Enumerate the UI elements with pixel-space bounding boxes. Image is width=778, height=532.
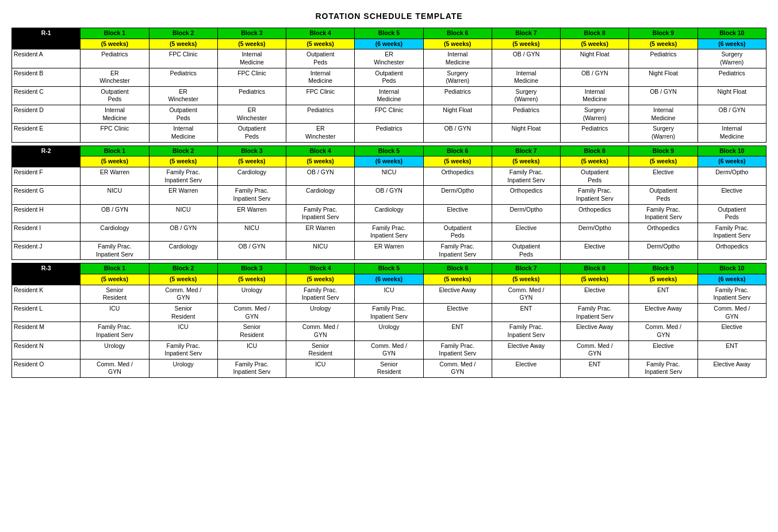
- rotation-cell-2-2-3: Comm. Med /GYN: [286, 322, 355, 340]
- block-weeks-0-1: (5 weeks): [149, 39, 217, 49]
- rotation-cell-2-2-0: Family Prac.Inpatient Serv: [81, 322, 149, 340]
- rotation-cell-1-3-1: OB / GYN: [149, 223, 217, 241]
- rotation-cell-2-3-5: Family Prac.Inpatient Serv: [423, 340, 492, 359]
- rotation-cell-1-0-8: Elective: [629, 167, 697, 185]
- resident-name-0-0: Resident A: [12, 49, 81, 68]
- rotation-cell-2-1-5: Elective: [423, 303, 492, 322]
- block-header-1-5: Block 6: [423, 146, 492, 156]
- rotation-cell-1-0-2: Cardiology: [217, 167, 286, 185]
- rotation-cell-2-0-6: Comm. Med /GYN: [492, 285, 560, 303]
- rotation-cell-1-2-4: Cardiology: [355, 204, 423, 223]
- rotation-cell-1-4-6: OutpatientPeds: [492, 242, 560, 260]
- rotation-cell-1-0-1: Family Prac.Inpatient Serv: [149, 167, 217, 185]
- group-label: R-3: [12, 263, 81, 285]
- rotation-cell-2-2-6: Family Prac.Inpatient Serv: [492, 322, 560, 340]
- rotation-cell-2-2-9: Elective: [697, 322, 766, 340]
- rotation-cell-0-3-9: OB / GYN: [697, 105, 766, 124]
- rotation-cell-0-0-0: Pediatrics: [81, 49, 149, 68]
- rotation-cell-1-0-9: Derm/Optho: [697, 167, 766, 185]
- resident-name-2-1: Resident L: [12, 303, 81, 322]
- rotation-cell-0-0-8: Pediatrics: [629, 49, 697, 68]
- block-header-0-5: Block 6: [423, 28, 492, 39]
- rotation-cell-0-3-1: OutpatientPeds: [149, 105, 217, 124]
- rotation-cell-0-1-3: InternalMedicine: [286, 68, 355, 86]
- rotation-cell-1-1-7: Family Prac.Inpatient Serv: [561, 186, 629, 204]
- rotation-cell-0-2-8: OB / GYN: [629, 86, 697, 105]
- block-header-2-2: Block 3: [217, 263, 286, 274]
- rotation-cell-1-2-1: NICU: [149, 204, 217, 223]
- rotation-cell-1-2-7: Orthopedics: [561, 204, 629, 223]
- resident-name-2-2: Resident M: [12, 322, 81, 340]
- rotation-cell-0-1-8: Night Float: [629, 68, 697, 86]
- resident-name-2-4: Resident O: [12, 359, 81, 377]
- rotation-cell-0-4-2: OutpatientPeds: [217, 124, 286, 142]
- resident-name-2-3: Resident N: [12, 340, 81, 359]
- block-header-2-1: Block 2: [149, 263, 217, 274]
- rotation-cell-2-0-7: Elective: [561, 285, 629, 303]
- group-label: R-2: [12, 146, 81, 167]
- rotation-cell-0-0-6: OB / GYN: [492, 49, 560, 68]
- block-header-1-1: Block 2: [149, 146, 217, 156]
- rotation-cell-0-4-1: InternalMedicine: [149, 124, 217, 142]
- block-weeks-2-5: (5 weeks): [423, 274, 492, 285]
- rotation-cell-1-4-1: Cardiology: [149, 242, 217, 260]
- rotation-cell-2-3-2: ICU: [217, 340, 286, 359]
- rotation-cell-1-3-3: ER Warren: [286, 223, 355, 241]
- rotation-cell-0-0-7: Night Float: [561, 49, 629, 68]
- rotation-cell-1-3-2: NICU: [217, 223, 286, 241]
- rotation-cell-0-0-1: FPC Clinic: [149, 49, 217, 68]
- rotation-cell-2-0-4: ICU: [355, 285, 423, 303]
- rotation-cell-2-4-3: ICU: [286, 359, 355, 377]
- rotation-cell-0-2-9: Night Float: [697, 86, 766, 105]
- block-header-0-2: Block 3: [217, 28, 286, 39]
- block-weeks-0-7: (5 weeks): [561, 39, 629, 49]
- rotation-cell-1-4-8: Derm/Optho: [629, 242, 697, 260]
- rotation-cell-0-2-0: OutpatientPeds: [81, 86, 149, 105]
- rotation-cell-2-1-1: SeniorResident: [149, 303, 217, 322]
- rotation-cell-1-2-3: Family Prac.Inpatient Serv: [286, 204, 355, 223]
- rotation-cell-0-1-9: Pediatrics: [697, 68, 766, 86]
- block-header-1-7: Block 8: [561, 146, 629, 156]
- rotation-cell-2-4-2: Family Prac.Inpatient Serv: [217, 359, 286, 377]
- block-weeks-0-9: (6 weeks): [697, 39, 766, 49]
- rotation-cell-2-1-6: ENT: [492, 303, 560, 322]
- block-weeks-1-8: (5 weeks): [629, 156, 697, 167]
- rotation-cell-1-1-8: OutpatientPeds: [629, 186, 697, 204]
- rotation-cell-1-3-4: Family Prac.Inpatient Serv: [355, 223, 423, 241]
- rotation-cell-2-2-1: ICU: [149, 322, 217, 340]
- rotation-cell-1-0-6: Family Prac.Inpatient Serv: [492, 167, 560, 185]
- block-weeks-2-6: (5 weeks): [492, 274, 560, 285]
- block-header-1-4: Block 5: [355, 146, 423, 156]
- block-header-1-0: Block 1: [81, 146, 149, 156]
- resident-name-0-3: Resident D: [12, 105, 81, 124]
- rotation-cell-2-1-3: Urology: [286, 303, 355, 322]
- block-weeks-1-2: (5 weeks): [217, 156, 286, 167]
- rotation-cell-2-3-7: Comm. Med /GYN: [561, 340, 629, 359]
- block-weeks-1-9: (6 weeks): [697, 156, 766, 167]
- rotation-cell-0-0-2: InternalMedicine: [217, 49, 286, 68]
- rotation-cell-1-3-7: Derm/Optho: [561, 223, 629, 241]
- rotation-cell-2-1-9: Comm. Med /GYN: [697, 303, 766, 322]
- block-header-0-1: Block 2: [149, 28, 217, 39]
- rotation-cell-2-0-2: Urology: [217, 285, 286, 303]
- rotation-cell-2-4-9: Elective Away: [697, 359, 766, 377]
- block-weeks-2-7: (5 weeks): [561, 274, 629, 285]
- rotation-cell-0-4-7: Pediatrics: [561, 124, 629, 142]
- block-weeks-2-2: (5 weeks): [217, 274, 286, 285]
- rotation-cell-0-4-8: Surgery(Warren): [629, 124, 697, 142]
- rotation-cell-1-1-0: NICU: [81, 186, 149, 204]
- rotation-cell-1-2-0: OB / GYN: [81, 204, 149, 223]
- block-header-0-4: Block 5: [355, 28, 423, 39]
- block-header-2-0: Block 1: [81, 263, 149, 274]
- rotation-cell-1-1-3: Cardiology: [286, 186, 355, 204]
- rotation-cell-0-2-3: FPC Clinic: [286, 86, 355, 105]
- block-header-0-6: Block 7: [492, 28, 560, 39]
- rotation-cell-0-0-5: InternalMedicine: [423, 49, 492, 68]
- block-header-1-2: Block 3: [217, 146, 286, 156]
- page-title: ROTATION SCHEDULE TEMPLATE: [12, 12, 766, 21]
- rotation-cell-2-1-0: ICU: [81, 303, 149, 322]
- rotation-cell-0-3-5: Night Float: [423, 105, 492, 124]
- rotation-cell-2-4-6: Elective: [492, 359, 560, 377]
- block-header-2-5: Block 6: [423, 263, 492, 274]
- rotation-cell-0-0-3: OutpatientPeds: [286, 49, 355, 68]
